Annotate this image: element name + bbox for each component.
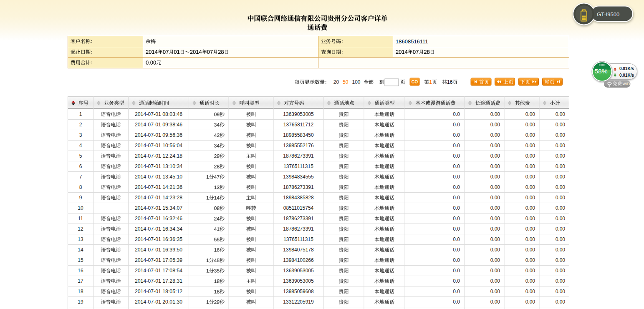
svg-text:2014-07-01 13:45:10: 2014-07-01 13:45:10 — [135, 174, 182, 180]
svg-text:2014-07-01 09:38:46: 2014-07-01 09:38:46 — [135, 122, 182, 128]
svg-text:0.0: 0.0 — [453, 111, 460, 117]
svg-text:13765811712: 13765811712 — [283, 122, 314, 128]
svg-text:0.00: 0.00 — [490, 226, 500, 232]
svg-text:11: 11 — [78, 216, 83, 221]
svg-text:9: 9 — [79, 195, 82, 201]
svg-text:18: 18 — [78, 289, 83, 294]
svg-text:2014-07-01 17:08:54: 2014-07-01 17:08:54 — [135, 268, 182, 274]
svg-text:0.00: 0.00 — [556, 143, 566, 148]
svg-text:2014-07-01 12:24:18: 2014-07-01 12:24:18 — [135, 153, 182, 159]
svg-text:0.00: 0.00 — [490, 278, 500, 284]
svg-text:19: 19 — [78, 299, 83, 305]
svg-text:0.00: 0.00 — [525, 299, 535, 305]
svg-text:12: 12 — [78, 226, 83, 232]
svg-text:0.00: 0.00 — [490, 205, 500, 211]
svg-text:20: 20 — [333, 79, 339, 85]
svg-text:18786273391: 18786273391 — [283, 184, 314, 190]
svg-text:0.00: 0.00 — [525, 122, 535, 128]
svg-text:18786273391: 18786273391 — [283, 153, 314, 159]
svg-text:0.00: 0.00 — [556, 299, 566, 305]
svg-text:2014-07-01 14:23:28: 2014-07-01 14:23:28 — [135, 195, 182, 201]
svg-text:2014-07-01 10:56:04: 2014-07-01 10:56:04 — [135, 143, 182, 148]
svg-text:50: 50 — [343, 79, 349, 85]
svg-text:13984834555: 13984834555 — [283, 174, 314, 180]
svg-text:0.00: 0.00 — [556, 205, 566, 211]
svg-text:0.0: 0.0 — [453, 184, 460, 190]
svg-text:15: 15 — [78, 257, 83, 263]
svg-text:0.00: 0.00 — [490, 174, 500, 180]
svg-text:16: 16 — [78, 268, 83, 274]
svg-text:2014-07-01 14:21:36: 2014-07-01 14:21:36 — [135, 184, 182, 190]
svg-text:0.0: 0.0 — [453, 205, 460, 211]
svg-text:0.00: 0.00 — [525, 226, 535, 232]
svg-text:100: 100 — [352, 79, 360, 85]
svg-text:0.00: 0.00 — [490, 289, 500, 294]
svg-text:2014-07-01 16:36:35: 2014-07-01 16:36:35 — [135, 236, 182, 242]
svg-text:08511015754: 08511015754 — [283, 205, 314, 211]
svg-text:4: 4 — [79, 143, 82, 148]
svg-text:18786273391: 18786273391 — [283, 216, 314, 221]
svg-text:0.00: 0.00 — [490, 111, 500, 117]
svg-text:0.0: 0.0 — [453, 278, 460, 284]
svg-text:0.00: 0.00 — [525, 163, 535, 169]
svg-text:GO: GO — [412, 80, 418, 84]
svg-text:0.00: 0.00 — [490, 195, 500, 201]
svg-text:13765111315: 13765111315 — [283, 163, 313, 169]
svg-text:13639053005: 13639053005 — [283, 278, 314, 284]
svg-text:0.00: 0.00 — [490, 122, 500, 128]
svg-text:0.00: 0.00 — [525, 174, 535, 180]
svg-text:0.00: 0.00 — [525, 236, 535, 242]
svg-text:2014-07-01 17:28:31: 2014-07-01 17:28:31 — [135, 278, 182, 284]
svg-text:GT-I9500: GT-I9500 — [597, 11, 619, 18]
svg-text:0.0: 0.0 — [453, 257, 460, 263]
svg-text:0.00: 0.00 — [556, 195, 566, 201]
svg-text:0.00: 0.00 — [490, 299, 500, 305]
svg-text:0.00: 0.00 — [525, 143, 535, 148]
svg-text:0.00: 0.00 — [556, 153, 566, 159]
svg-text:13639053005: 13639053005 — [283, 268, 314, 274]
svg-text:0.0: 0.0 — [453, 195, 460, 201]
svg-text:0.00: 0.00 — [490, 257, 500, 263]
svg-text:0.0: 0.0 — [453, 299, 460, 305]
svg-text:0.00: 0.00 — [490, 153, 500, 159]
svg-text:0.00: 0.00 — [525, 268, 535, 274]
svg-text:17: 17 — [78, 278, 83, 284]
svg-text:0.0: 0.0 — [453, 236, 460, 242]
svg-text:18984385828: 18984385828 — [283, 195, 314, 201]
svg-text:7: 7 — [79, 174, 82, 180]
svg-text:2014-07-01 09:56:36: 2014-07-01 09:56:36 — [135, 132, 182, 138]
svg-text:0.00: 0.00 — [556, 132, 566, 138]
svg-text:5: 5 — [79, 153, 82, 159]
svg-text:0.0: 0.0 — [453, 216, 460, 221]
svg-text:0.00: 0.00 — [525, 257, 535, 263]
svg-text:0.00: 0.00 — [556, 216, 566, 221]
svg-text:13985059608: 13985059608 — [283, 289, 314, 294]
svg-text:0.00: 0.00 — [556, 257, 566, 263]
svg-text:2014-07-01 16:34:34: 2014-07-01 16:34:34 — [135, 226, 182, 232]
svg-text:13984100266: 13984100266 — [283, 257, 314, 263]
svg-text:0.00: 0.00 — [556, 111, 566, 117]
svg-text:2014-07-01 08:03:46: 2014-07-01 08:03:46 — [135, 111, 182, 117]
svg-text:0.00: 0.00 — [525, 289, 535, 294]
svg-text:0.00: 0.00 — [556, 226, 566, 232]
svg-text:0.00: 0.00 — [490, 143, 500, 148]
svg-text:3: 3 — [79, 132, 82, 138]
svg-text:2014-07-01 17:05:39: 2014-07-01 17:05:39 — [135, 257, 182, 263]
svg-text:13639053005: 13639053005 — [283, 111, 314, 117]
svg-text:14: 14 — [78, 247, 83, 253]
svg-text:2014-07-01 16:39:50: 2014-07-01 16:39:50 — [135, 247, 182, 253]
svg-text:0.0: 0.0 — [453, 247, 460, 253]
svg-text:0.00: 0.00 — [556, 289, 566, 294]
svg-text:0.00: 0.00 — [525, 153, 535, 159]
svg-text:0.00: 0.00 — [556, 184, 566, 190]
svg-text:0.00: 0.00 — [556, 236, 566, 242]
svg-text:2014-07-01 16:32:46: 2014-07-01 16:32:46 — [135, 216, 182, 221]
svg-text:0.01K/s: 0.01K/s — [619, 73, 634, 78]
svg-text:0.01K/s: 0.01K/s — [619, 66, 634, 71]
svg-text:8: 8 — [79, 184, 82, 190]
svg-text:2014-07-01 13:10:34: 2014-07-01 13:10:34 — [135, 163, 182, 169]
svg-text:2014-07-01 15:34:07: 2014-07-01 15:34:07 — [135, 205, 182, 211]
svg-text:0.00: 0.00 — [525, 216, 535, 221]
svg-text:2014-07-01 18:05:12: 2014-07-01 18:05:12 — [135, 289, 182, 294]
svg-text:2014-07-01 20:01:30: 2014-07-01 20:01:30 — [135, 299, 182, 305]
